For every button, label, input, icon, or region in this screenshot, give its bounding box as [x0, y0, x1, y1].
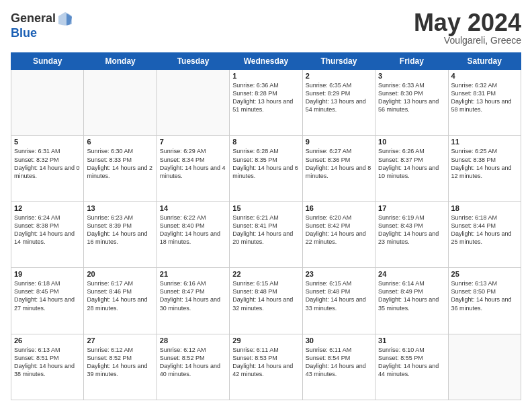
day-number: 25	[451, 270, 518, 278]
day-number: 14	[160, 204, 226, 212]
calendar-cell: 4Sunrise: 6:32 AM Sunset: 8:31 PM Daylig…	[448, 70, 521, 136]
cell-info: Sunrise: 6:11 AM Sunset: 8:53 PM Dayligh…	[232, 346, 299, 379]
page: General Blue May 2024 Voulgareli, Greece…	[0, 0, 532, 411]
calendar-cell: 3Sunrise: 6:33 AM Sunset: 8:30 PM Daylig…	[375, 70, 448, 136]
calendar-cell	[448, 334, 521, 400]
header: General Blue May 2024 Voulgareli, Greece	[11, 11, 521, 46]
calendar-cell: 16Sunrise: 6:20 AM Sunset: 8:42 PM Dayli…	[302, 201, 375, 267]
cell-info: Sunrise: 6:12 AM Sunset: 8:52 PM Dayligh…	[87, 346, 153, 379]
cell-info: Sunrise: 6:21 AM Sunset: 8:41 PM Dayligh…	[232, 214, 299, 246]
col-monday: Monday	[84, 53, 157, 70]
logo-blue: Blue	[11, 27, 37, 40]
logo-icon	[57, 11, 73, 27]
calendar-cell: 27Sunrise: 6:12 AM Sunset: 8:52 PM Dayli…	[84, 334, 157, 400]
col-tuesday: Tuesday	[157, 53, 229, 70]
logo-general: General	[11, 12, 56, 26]
day-number: 2	[306, 72, 372, 80]
calendar-cell: 19Sunrise: 6:18 AM Sunset: 8:45 PM Dayli…	[11, 268, 84, 334]
calendar-cell: 11Sunrise: 6:25 AM Sunset: 8:38 PM Dayli…	[448, 136, 521, 201]
calendar-cell: 30Sunrise: 6:11 AM Sunset: 8:54 PM Dayli…	[302, 334, 375, 400]
cell-info: Sunrise: 6:24 AM Sunset: 8:38 PM Dayligh…	[14, 214, 81, 246]
calendar-header-row: Sunday Monday Tuesday Wednesday Thursday…	[11, 53, 521, 70]
calendar-cell: 25Sunrise: 6:13 AM Sunset: 8:50 PM Dayli…	[448, 268, 521, 334]
cell-info: Sunrise: 6:31 AM Sunset: 8:32 PM Dayligh…	[14, 147, 81, 180]
cell-info: Sunrise: 6:23 AM Sunset: 8:39 PM Dayligh…	[87, 214, 153, 246]
day-number: 11	[451, 138, 518, 146]
day-number: 9	[306, 138, 372, 146]
day-number: 5	[14, 138, 81, 146]
calendar-week-4: 19Sunrise: 6:18 AM Sunset: 8:45 PM Dayli…	[11, 268, 521, 334]
calendar-cell: 14Sunrise: 6:22 AM Sunset: 8:40 PM Dayli…	[157, 201, 229, 267]
cell-info: Sunrise: 6:35 AM Sunset: 8:29 PM Dayligh…	[306, 81, 372, 114]
day-number: 29	[232, 336, 299, 345]
day-number: 28	[160, 336, 226, 345]
calendar-week-1: 1Sunrise: 6:36 AM Sunset: 8:28 PM Daylig…	[11, 70, 521, 136]
calendar-cell: 15Sunrise: 6:21 AM Sunset: 8:41 PM Dayli…	[230, 201, 302, 267]
day-number: 13	[87, 204, 153, 212]
col-saturday: Saturday	[448, 53, 521, 70]
day-number: 18	[451, 204, 518, 212]
cell-info: Sunrise: 6:13 AM Sunset: 8:51 PM Dayligh…	[14, 346, 81, 379]
day-number: 30	[306, 336, 372, 345]
day-number: 7	[160, 138, 226, 146]
day-number: 6	[87, 138, 153, 146]
cell-info: Sunrise: 6:33 AM Sunset: 8:30 PM Dayligh…	[378, 81, 445, 114]
day-number: 23	[306, 270, 372, 278]
col-sunday: Sunday	[11, 53, 84, 70]
day-number: 3	[378, 72, 445, 80]
calendar-cell: 24Sunrise: 6:14 AM Sunset: 8:49 PM Dayli…	[375, 268, 448, 334]
calendar-cell: 23Sunrise: 6:15 AM Sunset: 8:48 PM Dayli…	[302, 268, 375, 334]
cell-info: Sunrise: 6:12 AM Sunset: 8:52 PM Dayligh…	[160, 346, 226, 379]
day-number: 17	[378, 204, 445, 212]
calendar-cell: 18Sunrise: 6:18 AM Sunset: 8:44 PM Dayli…	[448, 201, 521, 267]
calendar-cell: 9Sunrise: 6:27 AM Sunset: 8:36 PM Daylig…	[302, 136, 375, 201]
cell-info: Sunrise: 6:16 AM Sunset: 8:47 PM Dayligh…	[160, 279, 226, 312]
day-number: 24	[378, 270, 445, 278]
calendar-cell: 1Sunrise: 6:36 AM Sunset: 8:28 PM Daylig…	[230, 70, 302, 136]
cell-info: Sunrise: 6:30 AM Sunset: 8:33 PM Dayligh…	[87, 147, 153, 180]
calendar-week-5: 26Sunrise: 6:13 AM Sunset: 8:51 PM Dayli…	[11, 334, 521, 400]
month-title: May 2024	[414, 11, 521, 35]
cell-info: Sunrise: 6:11 AM Sunset: 8:54 PM Dayligh…	[306, 346, 372, 379]
cell-info: Sunrise: 6:25 AM Sunset: 8:38 PM Dayligh…	[451, 147, 518, 180]
cell-info: Sunrise: 6:14 AM Sunset: 8:49 PM Dayligh…	[378, 279, 445, 312]
calendar-cell: 7Sunrise: 6:29 AM Sunset: 8:34 PM Daylig…	[157, 136, 229, 201]
cell-info: Sunrise: 6:27 AM Sunset: 8:36 PM Dayligh…	[306, 147, 372, 180]
calendar-cell: 28Sunrise: 6:12 AM Sunset: 8:52 PM Dayli…	[157, 334, 229, 400]
calendar-cell: 31Sunrise: 6:10 AM Sunset: 8:55 PM Dayli…	[375, 334, 448, 400]
calendar-cell: 5Sunrise: 6:31 AM Sunset: 8:32 PM Daylig…	[11, 136, 84, 201]
day-number: 27	[87, 336, 153, 345]
calendar-cell	[157, 70, 229, 136]
cell-info: Sunrise: 6:20 AM Sunset: 8:42 PM Dayligh…	[306, 214, 372, 246]
day-number: 31	[378, 336, 445, 345]
location: Voulgareli, Greece	[414, 35, 521, 46]
cell-info: Sunrise: 6:28 AM Sunset: 8:35 PM Dayligh…	[232, 147, 299, 180]
title-block: May 2024 Voulgareli, Greece	[414, 11, 521, 46]
calendar-cell: 12Sunrise: 6:24 AM Sunset: 8:38 PM Dayli…	[11, 201, 84, 267]
cell-info: Sunrise: 6:18 AM Sunset: 8:45 PM Dayligh…	[14, 279, 81, 312]
calendar-cell: 20Sunrise: 6:17 AM Sunset: 8:46 PM Dayli…	[84, 268, 157, 334]
cell-info: Sunrise: 6:26 AM Sunset: 8:37 PM Dayligh…	[378, 147, 445, 180]
calendar-cell: 26Sunrise: 6:13 AM Sunset: 8:51 PM Dayli…	[11, 334, 84, 400]
calendar-cell: 8Sunrise: 6:28 AM Sunset: 8:35 PM Daylig…	[230, 136, 302, 201]
cell-info: Sunrise: 6:19 AM Sunset: 8:43 PM Dayligh…	[378, 214, 445, 246]
day-number: 16	[306, 204, 372, 212]
cell-info: Sunrise: 6:29 AM Sunset: 8:34 PM Dayligh…	[160, 147, 226, 180]
calendar-cell: 13Sunrise: 6:23 AM Sunset: 8:39 PM Dayli…	[84, 201, 157, 267]
day-number: 15	[232, 204, 299, 212]
calendar-cell: 21Sunrise: 6:16 AM Sunset: 8:47 PM Dayli…	[157, 268, 229, 334]
calendar-cell: 6Sunrise: 6:30 AM Sunset: 8:33 PM Daylig…	[84, 136, 157, 201]
cell-info: Sunrise: 6:36 AM Sunset: 8:28 PM Dayligh…	[232, 81, 299, 114]
day-number: 26	[14, 336, 81, 345]
calendar-week-2: 5Sunrise: 6:31 AM Sunset: 8:32 PM Daylig…	[11, 136, 521, 201]
day-number: 4	[451, 72, 518, 80]
day-number: 19	[14, 270, 81, 278]
col-friday: Friday	[375, 53, 448, 70]
cell-info: Sunrise: 6:10 AM Sunset: 8:55 PM Dayligh…	[378, 346, 445, 379]
cell-info: Sunrise: 6:13 AM Sunset: 8:50 PM Dayligh…	[451, 279, 518, 312]
day-number: 8	[232, 138, 299, 146]
day-number: 1	[232, 72, 299, 80]
calendar-cell	[84, 70, 157, 136]
calendar-week-3: 12Sunrise: 6:24 AM Sunset: 8:38 PM Dayli…	[11, 201, 521, 267]
calendar-table: Sunday Monday Tuesday Wednesday Thursday…	[11, 52, 521, 400]
